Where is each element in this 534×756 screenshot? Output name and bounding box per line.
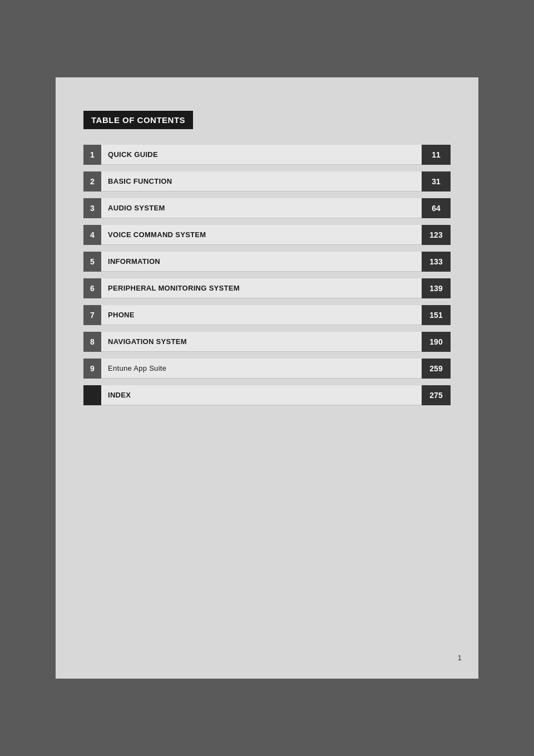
toc-row: 3AUDIO SYSTEM64 [83, 198, 451, 218]
toc-page: 123 [422, 225, 451, 245]
page-number: 1 [458, 654, 462, 662]
toc-row: 9Entune App Suite259 [83, 359, 451, 379]
toc-label: NAVIGATION SYSTEM [101, 332, 422, 352]
toc-label: QUICK GUIDE [101, 145, 422, 165]
toc-row: 2BASIC FUNCTION31 [83, 171, 451, 192]
toc-page: 190 [422, 332, 451, 352]
toc-row: 8NAVIGATION SYSTEM190 [83, 332, 451, 352]
toc-row: 7PHONE151 [83, 305, 451, 325]
toc-row: 6PERIPHERAL MONITORING SYSTEM139 [83, 278, 451, 298]
toc-number: 6 [83, 278, 101, 298]
toc-page: 31 [422, 171, 451, 192]
toc-label: PHONE [101, 305, 422, 325]
toc-row: INDEX275 [83, 385, 451, 405]
toc-page: 139 [422, 278, 451, 298]
toc-number: 7 [83, 305, 101, 325]
toc-label: PERIPHERAL MONITORING SYSTEM [101, 278, 422, 298]
toc-page: 64 [422, 198, 451, 218]
toc-number [83, 385, 101, 405]
toc-number: 5 [83, 252, 101, 272]
toc-entries: 1QUICK GUIDE112BASIC FUNCTION313AUDIO SY… [83, 145, 451, 412]
toc-number: 3 [83, 198, 101, 218]
toc-row: 4VOICE COMMAND SYSTEM123 [83, 225, 451, 245]
toc-label: BASIC FUNCTION [101, 171, 422, 192]
toc-label: AUDIO SYSTEM [101, 198, 422, 218]
toc-number: 9 [83, 359, 101, 379]
toc-row: 1QUICK GUIDE11 [83, 145, 451, 165]
toc-number: 1 [83, 145, 101, 165]
toc-page: 11 [422, 145, 451, 165]
toc-label: Entune App Suite [101, 359, 422, 379]
toc-row: 5INFORMATION133 [83, 252, 451, 272]
toc-label: INDEX [101, 385, 422, 405]
toc-page: 275 [422, 385, 451, 405]
toc-page: 151 [422, 305, 451, 325]
page-container: TABLE OF CONTENTS 1QUICK GUIDE112BASIC F… [56, 77, 478, 679]
toc-number: 2 [83, 171, 101, 192]
toc-page: 259 [422, 359, 451, 379]
toc-number: 4 [83, 225, 101, 245]
toc-number: 8 [83, 332, 101, 352]
toc-page: 133 [422, 252, 451, 272]
toc-label: VOICE COMMAND SYSTEM [101, 225, 422, 245]
toc-header: TABLE OF CONTENTS [83, 111, 193, 129]
toc-label: INFORMATION [101, 252, 422, 272]
